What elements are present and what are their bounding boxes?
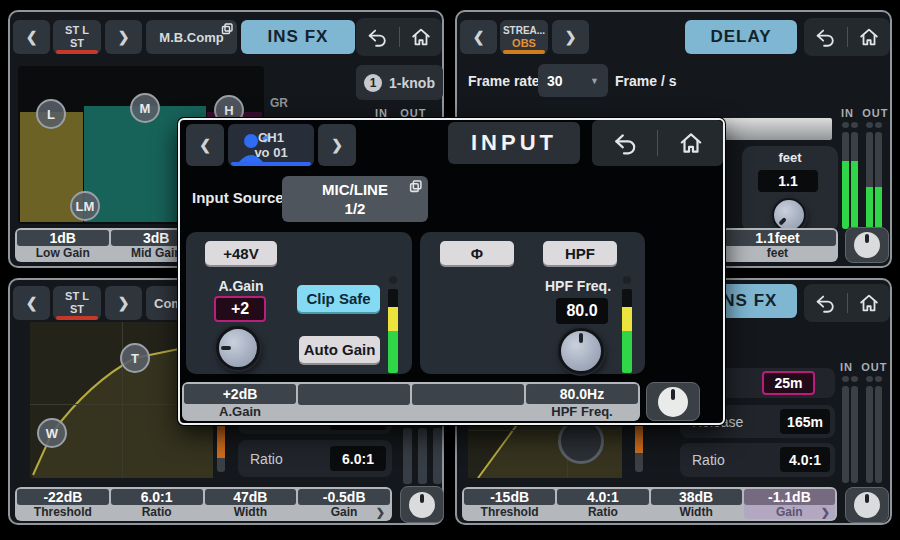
tab-delay[interactable]: DELAY bbox=[685, 20, 797, 54]
row-value[interactable]: 6.0:1 bbox=[330, 446, 386, 471]
strip-cell-3[interactable] bbox=[412, 384, 524, 419]
nav-prev-button[interactable]: ❮ bbox=[460, 20, 497, 54]
channel-select-button[interactable]: CH1 vo 01 bbox=[228, 124, 314, 166]
strip-value: 47dB bbox=[205, 489, 297, 505]
strip-cell-width[interactable]: 38dB Width bbox=[651, 489, 742, 519]
strip-knob-button[interactable] bbox=[646, 382, 700, 421]
nav-prev-button[interactable]: ❮ bbox=[13, 286, 50, 320]
channel-color-bar bbox=[503, 50, 545, 54]
strip-knob-button[interactable] bbox=[845, 487, 889, 523]
band-handle-lm[interactable]: LM bbox=[70, 191, 100, 221]
clip-safe-button[interactable]: Clip Safe bbox=[297, 285, 380, 312]
band-handle-l[interactable]: L bbox=[36, 99, 66, 129]
undo-button[interactable] bbox=[804, 18, 847, 56]
strip-label: Low Gain bbox=[36, 246, 90, 260]
strip-knob-button[interactable] bbox=[400, 486, 444, 523]
param-row-ratio[interactable]: Ratio 4.0:1 bbox=[680, 443, 835, 477]
nav-next-button[interactable]: ❯ bbox=[105, 286, 142, 320]
row-value[interactable]: 165m bbox=[780, 409, 830, 434]
row-label: Ratio bbox=[250, 451, 283, 467]
channel-select-button[interactable]: ST L ST bbox=[53, 286, 101, 320]
chevron-right-icon: ❯ bbox=[331, 137, 343, 153]
one-knob-button[interactable]: 1 1-knob bbox=[356, 65, 443, 100]
tab-ins-fx[interactable]: INS FX bbox=[241, 20, 355, 54]
strip-label: Gain bbox=[331, 505, 358, 519]
auto-gain-button[interactable]: Auto Gain bbox=[299, 336, 380, 363]
strip-value bbox=[412, 384, 524, 405]
param-strip: -22dB Threshold 6.0:1 Ratio 47dB Width -… bbox=[15, 487, 392, 521]
library-button[interactable]: M.B.Comp bbox=[146, 20, 237, 54]
width-handle[interactable]: W bbox=[37, 418, 67, 448]
row-value[interactable]: 4.0:1 bbox=[780, 447, 830, 472]
nav-next-button[interactable]: ❯ bbox=[552, 20, 589, 54]
input-source-button[interactable]: MIC/LINE 1/2 bbox=[282, 176, 428, 222]
strip-cell-width[interactable]: 47dB Width bbox=[205, 489, 297, 519]
threshold-handle[interactable]: T bbox=[120, 343, 150, 373]
again-value[interactable]: +2 bbox=[214, 296, 266, 322]
strip-cell-feet[interactable]: 1.1feet feet bbox=[719, 230, 836, 260]
phase-button[interactable]: Φ bbox=[440, 241, 514, 265]
hpf-freq-knob[interactable] bbox=[558, 328, 604, 374]
out-meter-l bbox=[866, 122, 873, 229]
home-button[interactable] bbox=[848, 18, 891, 56]
strip-label: Threshold bbox=[481, 505, 539, 519]
tab-label: DELAY bbox=[710, 27, 771, 47]
strip-cell-2[interactable] bbox=[298, 384, 410, 419]
strip-label: Width bbox=[234, 505, 267, 519]
meter-bar bbox=[433, 428, 442, 484]
nav-next-button[interactable]: ❯ bbox=[318, 124, 356, 166]
row-value-selected[interactable]: 25m bbox=[762, 371, 815, 395]
hpf-freq-value[interactable]: 80.0 bbox=[556, 298, 608, 324]
chevron-left-icon: ❮ bbox=[26, 295, 38, 311]
channel-select-button[interactable]: ST L ST bbox=[53, 20, 101, 54]
strip-cell-low-gain[interactable]: 1dB Low Gain bbox=[17, 230, 109, 260]
strip-value: 6.0:1 bbox=[111, 489, 203, 505]
strip-cell-gain-selected[interactable]: -1.1dB Gain ❯ bbox=[744, 489, 835, 519]
undo-button[interactable] bbox=[356, 18, 399, 56]
channel-color-bar bbox=[56, 316, 98, 320]
band-handle-m[interactable]: M bbox=[130, 93, 160, 123]
undo-button[interactable] bbox=[804, 284, 847, 322]
strip-cell-threshold[interactable]: -22dB Threshold bbox=[17, 489, 109, 519]
phase-label: Φ bbox=[471, 245, 483, 262]
hpf-meter bbox=[622, 276, 632, 373]
dialog-title: INPUT bbox=[448, 122, 580, 164]
param-row-ratio[interactable]: Ratio 6.0:1 bbox=[238, 440, 392, 477]
nav-prev-button[interactable]: ❮ bbox=[186, 124, 224, 166]
undo-button[interactable] bbox=[592, 120, 657, 166]
strip-cell-ratio[interactable]: 6.0:1 Ratio bbox=[111, 489, 203, 519]
undo-icon bbox=[814, 292, 836, 314]
strip-cell-ratio[interactable]: 4.0:1 Ratio bbox=[557, 489, 648, 519]
system-header bbox=[804, 18, 890, 56]
strip-cell-again[interactable]: +2dB A.Gain bbox=[184, 384, 296, 419]
nav-prev-button[interactable]: ❮ bbox=[13, 20, 50, 54]
in-meter-l bbox=[842, 376, 849, 483]
out-meter-l bbox=[866, 376, 873, 483]
dropdown-arrow-icon: ▼ bbox=[590, 76, 599, 86]
strip-cell-hpf-freq[interactable]: 80.0Hz HPF Freq. bbox=[526, 384, 638, 419]
again-knob[interactable] bbox=[216, 326, 260, 370]
more-params-icon: ❯ bbox=[821, 506, 830, 519]
out-label: OUT bbox=[861, 361, 887, 373]
in-label: IN bbox=[840, 361, 853, 373]
out-meter-r bbox=[875, 122, 882, 229]
channel-select-button[interactable]: STREA... OBS bbox=[500, 20, 548, 54]
hpf-group: Φ HPF HPF Freq. 80.0 bbox=[420, 232, 645, 374]
frame-rate-dropdown[interactable]: 30 ▼ bbox=[538, 64, 608, 97]
nav-next-button[interactable]: ❯ bbox=[105, 20, 142, 54]
strip-cell-gain[interactable]: -0.5dB Gain ❯ bbox=[298, 489, 390, 519]
feet-knob[interactable] bbox=[772, 198, 806, 232]
hpf-button[interactable]: HPF bbox=[543, 241, 617, 265]
input-source-label: Input Source bbox=[192, 189, 284, 206]
knob-icon bbox=[854, 492, 880, 518]
phantom-48v-button[interactable]: +48V bbox=[205, 241, 277, 265]
feet-value[interactable]: 1.1 bbox=[758, 170, 818, 192]
strip-cell-threshold[interactable]: -15dB Threshold bbox=[464, 489, 555, 519]
home-button[interactable] bbox=[400, 18, 443, 56]
home-button[interactable] bbox=[848, 284, 891, 322]
feet-knob-box: feet 1.1 bbox=[742, 146, 838, 232]
strip-value: -1.1dB bbox=[744, 489, 835, 505]
home-button[interactable] bbox=[658, 120, 723, 166]
chevron-left-icon: ❮ bbox=[473, 29, 485, 45]
strip-knob-button[interactable] bbox=[845, 227, 889, 263]
